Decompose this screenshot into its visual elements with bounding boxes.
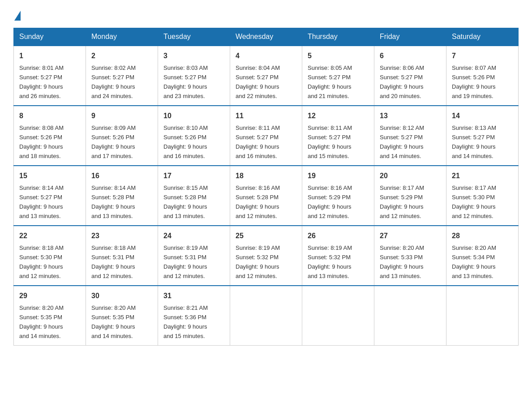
calendar-cell: 25 Sunrise: 8:19 AMSunset: 5:32 PMDaylig… [230, 226, 302, 286]
day-number: 29 [19, 291, 80, 301]
calendar-cell: 6 Sunrise: 8:06 AMSunset: 5:27 PMDayligh… [374, 46, 446, 106]
day-number: 20 [380, 171, 441, 181]
day-number: 21 [452, 171, 513, 181]
calendar-cell: 3 Sunrise: 8:03 AMSunset: 5:27 PMDayligh… [158, 46, 230, 106]
calendar-cell: 11 Sunrise: 8:11 AMSunset: 5:27 PMDaylig… [230, 106, 302, 166]
day-number: 8 [19, 111, 80, 121]
calendar-cell: 19 Sunrise: 8:16 AMSunset: 5:29 PMDaylig… [302, 166, 374, 226]
day-number: 15 [19, 171, 80, 181]
calendar-cell: 7 Sunrise: 8:07 AMSunset: 5:26 PMDayligh… [446, 46, 519, 106]
day-info: Sunrise: 8:20 AMSunset: 5:35 PMDaylight:… [91, 304, 136, 339]
day-number: 1 [19, 51, 80, 61]
day-number: 26 [308, 231, 369, 241]
calendar-cell: 22 Sunrise: 8:18 AMSunset: 5:30 PMDaylig… [14, 226, 86, 286]
calendar-cell: 4 Sunrise: 8:04 AMSunset: 5:27 PMDayligh… [230, 46, 302, 106]
day-number: 4 [236, 51, 296, 61]
calendar-cell: 21 Sunrise: 8:17 AMSunset: 5:30 PMDaylig… [446, 166, 519, 226]
calendar-body: 1 Sunrise: 8:01 AMSunset: 5:27 PMDayligh… [14, 46, 519, 346]
weekday-header-sunday: Sunday [14, 28, 86, 46]
day-number: 28 [452, 231, 513, 241]
day-info: Sunrise: 8:16 AMSunset: 5:29 PMDaylight:… [308, 184, 352, 219]
day-info: Sunrise: 8:17 AMSunset: 5:30 PMDaylight:… [452, 184, 496, 219]
day-info: Sunrise: 8:08 AMSunset: 5:26 PMDaylight:… [19, 124, 64, 159]
calendar-cell: 8 Sunrise: 8:08 AMSunset: 5:26 PMDayligh… [14, 106, 86, 166]
day-info: Sunrise: 8:06 AMSunset: 5:27 PMDaylight:… [380, 64, 424, 99]
day-info: Sunrise: 8:03 AMSunset: 5:27 PMDaylight:… [163, 64, 208, 99]
calendar-cell [374, 286, 446, 346]
day-number: 12 [308, 111, 369, 121]
weekday-header-wednesday: Wednesday [230, 28, 302, 46]
day-number: 5 [308, 51, 369, 61]
calendar-cell: 1 Sunrise: 8:01 AMSunset: 5:27 PMDayligh… [14, 46, 86, 106]
day-info: Sunrise: 8:14 AMSunset: 5:28 PMDaylight:… [91, 184, 136, 219]
calendar-cell: 14 Sunrise: 8:13 AMSunset: 5:27 PMDaylig… [446, 106, 519, 166]
day-info: Sunrise: 8:04 AMSunset: 5:27 PMDaylight:… [236, 64, 280, 99]
weekday-header-saturday: Saturday [446, 28, 519, 46]
day-info: Sunrise: 8:19 AMSunset: 5:31 PMDaylight:… [163, 244, 208, 279]
weekday-header-row: SundayMondayTuesdayWednesdayThursdayFrid… [14, 28, 519, 46]
day-info: Sunrise: 8:21 AMSunset: 5:36 PMDaylight:… [163, 304, 208, 339]
calendar-cell: 5 Sunrise: 8:05 AMSunset: 5:27 PMDayligh… [302, 46, 374, 106]
calendar-cell: 27 Sunrise: 8:20 AMSunset: 5:33 PMDaylig… [374, 226, 446, 286]
day-number: 6 [380, 51, 441, 61]
calendar-cell: 10 Sunrise: 8:10 AMSunset: 5:26 PMDaylig… [158, 106, 230, 166]
day-info: Sunrise: 8:09 AMSunset: 5:26 PMDaylight:… [91, 124, 136, 159]
calendar-cell: 18 Sunrise: 8:16 AMSunset: 5:28 PMDaylig… [230, 166, 302, 226]
calendar-cell: 9 Sunrise: 8:09 AMSunset: 5:26 PMDayligh… [86, 106, 158, 166]
logo-triangle-icon [14, 11, 21, 21]
day-number: 17 [163, 171, 224, 181]
calendar-cell: 24 Sunrise: 8:19 AMSunset: 5:31 PMDaylig… [158, 226, 230, 286]
calendar-table: SundayMondayTuesdayWednesdayThursdayFrid… [13, 28, 519, 346]
day-number: 18 [236, 171, 296, 181]
calendar-cell: 23 Sunrise: 8:18 AMSunset: 5:31 PMDaylig… [86, 226, 158, 286]
calendar-cell: 29 Sunrise: 8:20 AMSunset: 5:35 PMDaylig… [14, 286, 86, 346]
calendar-cell [230, 286, 302, 346]
calendar-cell: 12 Sunrise: 8:11 AMSunset: 5:27 PMDaylig… [302, 106, 374, 166]
page-header [13, 9, 519, 19]
day-number: 14 [452, 111, 513, 121]
day-number: 13 [380, 111, 441, 121]
day-number: 30 [91, 291, 152, 301]
weekday-header-friday: Friday [374, 28, 446, 46]
calendar-cell: 28 Sunrise: 8:20 AMSunset: 5:34 PMDaylig… [446, 226, 519, 286]
day-info: Sunrise: 8:16 AMSunset: 5:28 PMDaylight:… [236, 184, 280, 219]
calendar-week-row: 29 Sunrise: 8:20 AMSunset: 5:35 PMDaylig… [14, 286, 519, 346]
day-number: 24 [163, 231, 224, 241]
calendar-week-row: 1 Sunrise: 8:01 AMSunset: 5:27 PMDayligh… [14, 46, 519, 106]
day-info: Sunrise: 8:17 AMSunset: 5:29 PMDaylight:… [380, 184, 424, 219]
day-number: 7 [452, 51, 513, 61]
day-info: Sunrise: 8:11 AMSunset: 5:27 PMDaylight:… [236, 124, 280, 159]
calendar-week-row: 8 Sunrise: 8:08 AMSunset: 5:26 PMDayligh… [14, 106, 519, 166]
calendar-header: SundayMondayTuesdayWednesdayThursdayFrid… [14, 28, 519, 46]
day-info: Sunrise: 8:15 AMSunset: 5:28 PMDaylight:… [163, 184, 208, 219]
day-info: Sunrise: 8:20 AMSunset: 5:35 PMDaylight:… [19, 304, 64, 339]
calendar-cell [302, 286, 374, 346]
day-number: 2 [91, 51, 152, 61]
logo [13, 9, 21, 19]
calendar-cell: 16 Sunrise: 8:14 AMSunset: 5:28 PMDaylig… [86, 166, 158, 226]
day-info: Sunrise: 8:13 AMSunset: 5:27 PMDaylight:… [452, 124, 496, 159]
day-number: 25 [236, 231, 296, 241]
day-number: 31 [163, 291, 224, 301]
day-number: 22 [19, 231, 80, 241]
day-info: Sunrise: 8:20 AMSunset: 5:34 PMDaylight:… [452, 244, 496, 279]
day-info: Sunrise: 8:20 AMSunset: 5:33 PMDaylight:… [380, 244, 424, 279]
day-info: Sunrise: 8:01 AMSunset: 5:27 PMDaylight:… [19, 64, 64, 99]
day-info: Sunrise: 8:02 AMSunset: 5:27 PMDaylight:… [91, 64, 136, 99]
calendar-cell: 20 Sunrise: 8:17 AMSunset: 5:29 PMDaylig… [374, 166, 446, 226]
weekday-header-thursday: Thursday [302, 28, 374, 46]
weekday-header-monday: Monday [86, 28, 158, 46]
day-info: Sunrise: 8:19 AMSunset: 5:32 PMDaylight:… [236, 244, 280, 279]
day-number: 3 [163, 51, 224, 61]
day-number: 23 [91, 231, 152, 241]
day-info: Sunrise: 8:05 AMSunset: 5:27 PMDaylight:… [308, 64, 352, 99]
calendar-week-row: 22 Sunrise: 8:18 AMSunset: 5:30 PMDaylig… [14, 226, 519, 286]
calendar-cell: 17 Sunrise: 8:15 AMSunset: 5:28 PMDaylig… [158, 166, 230, 226]
day-number: 19 [308, 171, 369, 181]
day-number: 16 [91, 171, 152, 181]
calendar-cell: 13 Sunrise: 8:12 AMSunset: 5:27 PMDaylig… [374, 106, 446, 166]
day-number: 27 [380, 231, 441, 241]
day-info: Sunrise: 8:18 AMSunset: 5:31 PMDaylight:… [91, 244, 136, 279]
calendar-cell: 30 Sunrise: 8:20 AMSunset: 5:35 PMDaylig… [86, 286, 158, 346]
day-info: Sunrise: 8:12 AMSunset: 5:27 PMDaylight:… [380, 124, 424, 159]
